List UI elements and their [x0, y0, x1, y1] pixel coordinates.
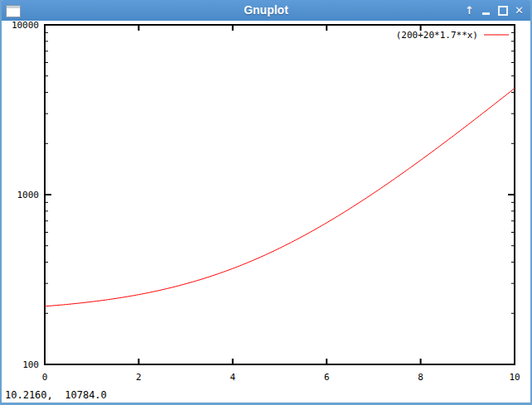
- rollup-button[interactable]: ↑: [463, 3, 476, 18]
- x-axis-tick-label: 6: [324, 372, 330, 383]
- plot-frame: [45, 25, 515, 364]
- x-axis-tick-label: 8: [418, 372, 423, 383]
- maximize-button[interactable]: [496, 3, 509, 18]
- gnuplot-window: Gnuplot ↑ ✕ 0246810100100010000(200+20*1…: [0, 0, 532, 405]
- x-axis-tick-label: 10: [509, 372, 520, 383]
- titlebar-controls: ↑ ✕: [463, 0, 525, 21]
- maximize-icon: [498, 6, 508, 16]
- window-title: Gnuplot: [0, 0, 532, 21]
- x-axis-tick-label: 2: [136, 372, 142, 383]
- x-axis-tick-label: 4: [230, 372, 235, 383]
- close-button[interactable]: ✕: [513, 3, 525, 18]
- window-menu-icon[interactable]: [6, 5, 21, 17]
- y-axis-tick-label: 100: [22, 359, 39, 370]
- x-axis-tick-label: 0: [42, 372, 48, 383]
- titlebar[interactable]: Gnuplot ↑ ✕: [0, 0, 532, 21]
- y-axis-tick-label: 10000: [12, 20, 39, 31]
- function-curve: [45, 89, 515, 306]
- plot-canvas[interactable]: 0246810100100010000(200+20*1.7**x): [0, 21, 532, 386]
- cursor-coordinates: 10.2160, 10784.0: [5, 389, 107, 401]
- y-axis-tick-label: 1000: [17, 190, 40, 200]
- minimize-button[interactable]: [480, 3, 492, 18]
- minimize-icon: [482, 12, 490, 15]
- legend-label: (200+20*1.7**x): [396, 30, 478, 41]
